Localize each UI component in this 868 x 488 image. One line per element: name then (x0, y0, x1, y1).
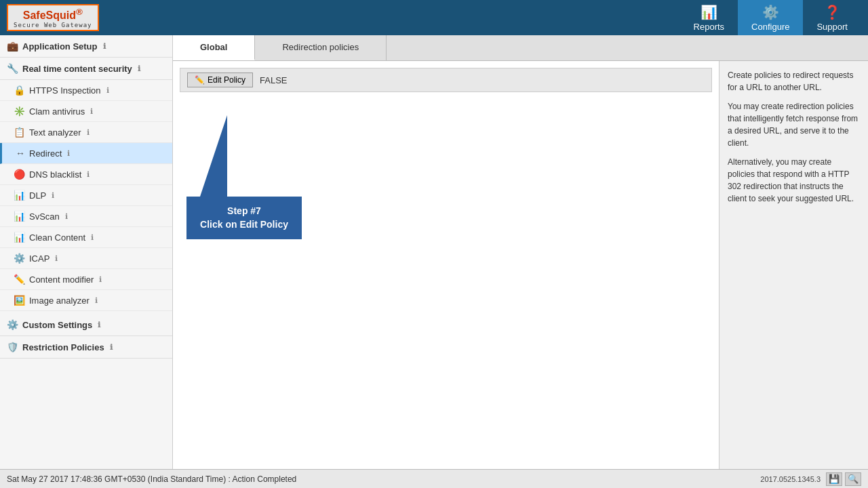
sidebar-item-icap[interactable]: ⚙️ ICAP ℹ (0, 248, 172, 269)
tab-bar: Global Redirection policies (173, 35, 868, 61)
dlp-icon: 📊 (14, 190, 25, 201)
sidebar-item-https-inspection-label: HTTPS Inspection (29, 85, 101, 96)
sidebar-section-application-setup[interactable]: 💼 Application Setup ℹ (0, 35, 172, 58)
nav-support[interactable]: ❓ Support (803, 0, 861, 36)
main-layout: 💼 Application Setup ℹ 🔧 Real time conten… (0, 35, 868, 469)
icap-icon: ⚙️ (14, 253, 25, 264)
edit-policy-bar: ✏️ Edit Policy FALSE (180, 68, 712, 92)
footer-status: Sat May 27 2017 17:48:36 GMT+0530 (India… (7, 474, 296, 484)
step-number: Step #7 (197, 205, 291, 218)
logo-title: SafeSquid® (23, 7, 83, 22)
sidebar-section-restriction-policies[interactable]: 🛡️ Restriction Policies ℹ (0, 336, 172, 359)
restriction-policies-info-icon[interactable]: ℹ (110, 343, 113, 352)
content-modifier-icon: ✏️ (14, 274, 25, 285)
restriction-policies-icon: 🛡️ (7, 342, 18, 352)
right-panel-para-1: Create policies to redirect requests for… (728, 69, 860, 94)
sidebar-section-restriction-policies-label: Restriction Policies (22, 342, 104, 352)
sidebar-item-text-analyzer-label: Text analyzer (29, 127, 81, 138)
sidebar-item-image-analyzer[interactable]: 🖼️ Image analyzer ℹ (0, 290, 172, 311)
redirect-icon: ↔️ (16, 148, 25, 159)
false-badge: FALSE (260, 75, 287, 85)
right-panel-para-3: Alternatively, you may create policies t… (728, 156, 860, 205)
version-badge: 2017.0525.1345.3 (760, 475, 821, 483)
real-time-info-icon[interactable]: ℹ (138, 64, 140, 73)
sidebar-item-svscan-label: SvScan (29, 211, 60, 222)
icap-info-icon[interactable]: ℹ (55, 254, 58, 263)
tab-redirection-policies[interactable]: Redirection policies (255, 35, 387, 60)
sidebar-item-https-inspection[interactable]: 🔒 HTTPS Inspection ℹ (0, 80, 172, 101)
real-time-icon: 🔧 (7, 63, 18, 74)
redirect-info-icon[interactable]: ℹ (67, 149, 70, 158)
edit-policy-button[interactable]: ✏️ Edit Policy (187, 73, 253, 87)
sidebar-section-application-setup-label: Application Setup (22, 41, 98, 52)
step-box: Step #7 Click on Edit Policy (186, 197, 302, 239)
edit-icon: ✏️ (195, 75, 205, 85)
tab-global-label: Global (200, 42, 227, 52)
sidebar-item-redirect-label: Redirect (29, 148, 62, 159)
sidebar-section-custom-settings-label: Custom Settings (22, 320, 92, 330)
sidebar-item-text-analyzer[interactable]: 📋 Text analyzer ℹ (0, 122, 172, 143)
sidebar-item-clam-antivirus[interactable]: ✳️ Clam antivirus ℹ (0, 101, 172, 122)
dlp-info-icon[interactable]: ℹ (52, 191, 54, 200)
header-nav: 📊 Reports ⚙️ Configure ❓ Support (680, 0, 861, 36)
dns-blacklist-info-icon[interactable]: ℹ (87, 170, 90, 179)
svscan-info-icon[interactable]: ℹ (65, 212, 68, 221)
logo-subtitle: Secure Web Gateway (14, 22, 92, 28)
right-panel-para-2: You may create redirection policies that… (728, 100, 860, 149)
image-analyzer-info-icon[interactable]: ℹ (95, 296, 98, 305)
header: SafeSquid® Secure Web Gateway 📊 Reports … (0, 0, 868, 35)
sidebar-item-content-modifier-label: Content modifier (29, 274, 94, 285)
step-text: Click on Edit Policy (197, 218, 291, 232)
center-panel: ✏️ Edit Policy FALSE Step #7 Click on Ed… (173, 61, 719, 469)
clam-antivirus-info-icon[interactable]: ℹ (90, 107, 93, 116)
step-arrow (200, 115, 227, 197)
sidebar-item-clean-content[interactable]: 📊 Clean Content ℹ (0, 227, 172, 248)
sidebar: 💼 Application Setup ℹ 🔧 Real time conten… (0, 35, 173, 469)
footer-icons: 💾 🔍 (826, 472, 861, 486)
sidebar-section-custom-settings[interactable]: ⚙️ Custom Settings ℹ (0, 314, 172, 336)
main-content: ✏️ Edit Policy FALSE Step #7 Click on Ed… (173, 61, 868, 469)
sidebar-item-image-analyzer-label: Image analyzer (29, 296, 90, 306)
logo-area: SafeSquid® Secure Web Gateway (7, 4, 99, 31)
content-modifier-info-icon[interactable]: ℹ (99, 275, 102, 284)
https-inspection-icon: 🔒 (14, 85, 25, 96)
sidebar-item-dns-blacklist[interactable]: 🔴 DNS blacklist ℹ (0, 164, 172, 185)
logo-image: SafeSquid® Secure Web Gateway (7, 4, 99, 31)
application-setup-icon: 💼 (7, 41, 18, 52)
text-analyzer-info-icon[interactable]: ℹ (87, 128, 90, 137)
nav-configure-label: Configure (751, 22, 789, 32)
edit-policy-button-label: Edit Policy (208, 75, 245, 85)
sidebar-item-dlp-label: DLP (29, 190, 46, 201)
dns-blacklist-icon: 🔴 (14, 169, 25, 180)
svscan-icon: 📊 (14, 211, 25, 222)
content: Global Redirection policies ✏️ Edit Poli… (173, 35, 868, 469)
save-icon-button[interactable]: 💾 (826, 472, 842, 486)
tab-global[interactable]: Global (173, 35, 255, 60)
sidebar-section-real-time[interactable]: 🔧 Real time content security ℹ (0, 58, 172, 80)
nav-support-label: Support (816, 22, 848, 32)
nav-reports[interactable]: 📊 Reports (680, 0, 738, 36)
nav-configure[interactable]: ⚙️ Configure (738, 0, 803, 36)
sidebar-item-redirect[interactable]: ↔️ Redirect ℹ (0, 143, 172, 164)
sidebar-item-dns-blacklist-label: DNS blacklist (29, 169, 81, 180)
clean-content-icon: 📊 (14, 232, 25, 243)
sidebar-section-real-time-label: Real time content security (22, 64, 132, 74)
custom-settings-info-icon[interactable]: ℹ (98, 321, 100, 329)
application-setup-info-icon[interactable]: ℹ (103, 42, 106, 51)
custom-settings-icon: ⚙️ (7, 319, 18, 330)
sidebar-item-icap-label: ICAP (29, 253, 50, 264)
search-icon-button[interactable]: 🔍 (845, 472, 861, 486)
clam-antivirus-icon: ✳️ (14, 106, 25, 117)
sidebar-item-content-modifier[interactable]: ✏️ Content modifier ℹ (0, 269, 172, 290)
image-analyzer-icon: 🖼️ (14, 295, 25, 306)
sidebar-item-svscan[interactable]: 📊 SvScan ℹ (0, 206, 172, 227)
support-icon: ❓ (824, 4, 841, 20)
tab-redirection-policies-label: Redirection policies (282, 42, 359, 52)
sidebar-item-clam-antivirus-label: Clam antivirus (29, 106, 85, 117)
https-inspection-info-icon[interactable]: ℹ (106, 86, 109, 95)
step-annotation: Step #7 Click on Edit Policy (186, 115, 302, 239)
sidebar-item-dlp[interactable]: 📊 DLP ℹ (0, 185, 172, 206)
reports-icon: 📊 (701, 4, 717, 20)
right-panel: Create policies to redirect requests for… (719, 61, 868, 469)
clean-content-info-icon[interactable]: ℹ (91, 233, 94, 242)
